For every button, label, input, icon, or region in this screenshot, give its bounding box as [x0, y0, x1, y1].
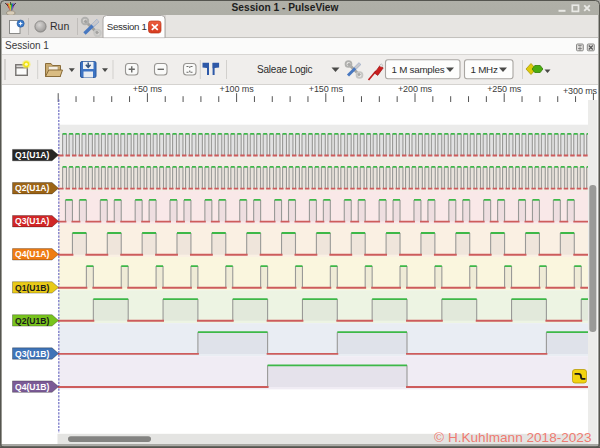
svg-text:Session 1: Session 1 [107, 21, 147, 32]
svg-text:Q2(U1A): Q2(U1A) [15, 183, 50, 193]
svg-text:Run: Run [50, 20, 69, 32]
svg-text:Q4(U1B): Q4(U1B) [15, 382, 50, 392]
svg-text:+300 ms: +300 ms [563, 86, 598, 96]
svg-text:+200 ms: +200 ms [398, 84, 433, 94]
svg-text:Q1(U1A): Q1(U1A) [15, 150, 50, 160]
svg-text:Q3(U1B): Q3(U1B) [15, 349, 50, 359]
svg-text:Q4(U1A): Q4(U1A) [15, 249, 50, 259]
svg-text:Q3(U1A): Q3(U1A) [15, 216, 50, 226]
svg-text:Q2(U1B): Q2(U1B) [15, 316, 50, 326]
svg-text:Session 1: Session 1 [5, 40, 49, 51]
svg-text:+150 ms: +150 ms [309, 84, 344, 94]
svg-text:1 MHz: 1 MHz [471, 64, 498, 75]
svg-text:Session 1 - PulseView: Session 1 - PulseView [232, 2, 339, 13]
svg-text:1 M samples: 1 M samples [392, 64, 445, 75]
svg-text:Q1(U1B): Q1(U1B) [15, 283, 50, 293]
svg-text:+250 ms: +250 ms [487, 84, 522, 94]
svg-text:Saleae Logic: Saleae Logic [257, 64, 313, 75]
svg-text:© H.Kuhlmann 2018-2023: © H.Kuhlmann 2018-2023 [434, 430, 591, 445]
svg-text:+100 ms: +100 ms [220, 84, 255, 94]
svg-text:+50 ms: +50 ms [133, 84, 163, 94]
